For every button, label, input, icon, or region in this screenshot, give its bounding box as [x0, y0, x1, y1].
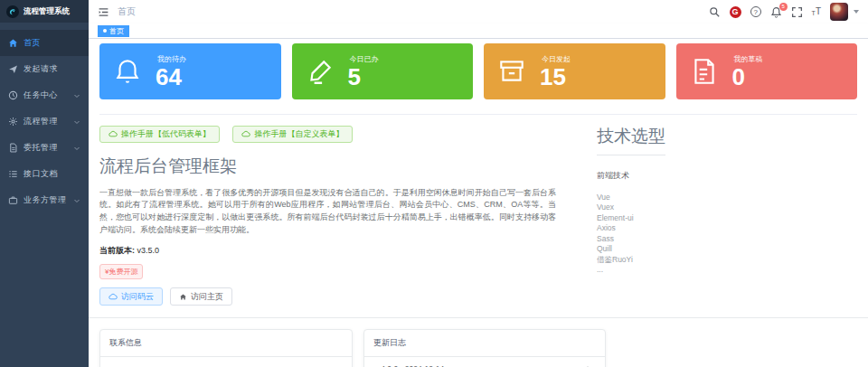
sidebar-item-delegate-management[interactable]: 委托管理	[0, 135, 89, 161]
manual-custom-button[interactable]: 操作手册【自定义表单】	[232, 126, 353, 143]
tag-home[interactable]: 首页	[98, 25, 129, 37]
app-title: 流程管理系统	[24, 6, 70, 17]
sidebar-item-label: 业务方管理	[24, 194, 68, 206]
tech-item: 借鉴RuoYi	[597, 255, 665, 265]
contact-info-card: 联系信息 官网：http://117.72.70.166/admin/ QQ群：…	[99, 329, 353, 367]
tag-label: 首页	[109, 26, 124, 36]
help-icon[interactable]: ?	[750, 6, 761, 17]
app-window: 流程管理系统 首页 发起请求 任务中心 流程管理	[0, 0, 868, 367]
tech-item: ...	[597, 265, 665, 275]
tags-view-bar: 首页	[89, 24, 868, 39]
manual-lowcode-button[interactable]: 操作手册【低代码表单】	[99, 126, 220, 143]
intro-description: 一直想做一款后台管理系统，看了很多优秀的开源项目但是发现没有合适自己的。于是利用…	[99, 187, 556, 238]
tech-item: Sass	[597, 234, 665, 244]
tech-item: Vue	[597, 193, 665, 202]
dashboard-panel: 我的待办 64 今日已办 5	[89, 39, 868, 306]
navbar-actions: G ? 5 TT	[709, 3, 859, 21]
sidebar-item-label: 发起请求	[24, 63, 80, 75]
notification-bell-icon[interactable]: 5	[770, 6, 782, 18]
free-open-source-tag: ¥免费开源	[99, 264, 143, 279]
stat-value: 64	[156, 65, 186, 89]
sidebar-item-label: 接口文档	[24, 168, 80, 180]
bell-icon	[112, 56, 143, 87]
sidebar-item-label: 首页	[24, 37, 80, 49]
stat-label: 我的草稿	[732, 54, 763, 64]
changelog-card-title: 更新日志	[364, 330, 605, 357]
pencil-icon	[305, 56, 335, 87]
tech-column: 技术选型 前端技术 Vue Vuex Element-ui Axios Sass…	[597, 125, 665, 306]
top-navbar: 首页 G ? 5 TT	[89, 0, 868, 24]
tech-item: Axios	[597, 223, 665, 233]
sidebar-item-business-management[interactable]: 业务方管理	[0, 187, 89, 213]
intro-actions-row: 访问码云 访问主页	[99, 287, 556, 306]
list-icon	[8, 169, 18, 179]
chevron-down-icon	[73, 118, 80, 126]
sidebar-item-start-request[interactable]: 发起请求	[0, 56, 89, 82]
box-icon	[496, 56, 527, 87]
stat-value: 0	[732, 65, 763, 89]
chevron-down-icon	[73, 145, 80, 152]
stat-card-drafts[interactable]: 我的草稿 0	[676, 43, 858, 99]
tech-subtitle: 前端技术	[597, 170, 665, 182]
main-area: 首页 G ? 5 TT	[89, 0, 868, 367]
changelog-item[interactable]: v4.0.0 - 2024-12-14	[375, 357, 594, 367]
sidebar-menu: 首页 发起请求 任务中心 流程管理 委托管理	[0, 23, 89, 213]
stat-label: 今日已办	[348, 54, 379, 64]
bottom-cards-row: 联系信息 官网：http://117.72.70.166/admin/ QQ群：…	[89, 317, 868, 367]
version-label: 当前版本:	[99, 246, 135, 255]
caret-down-icon[interactable]	[854, 10, 859, 14]
sidebar-item-label: 任务中心	[24, 89, 68, 101]
sidebar-item-label: 流程管理	[24, 116, 68, 127]
changelog-card: 更新日志 v4.0.0 - 2024-12-14 v3.1.0 - 2024-1…	[363, 329, 606, 367]
briefcase-icon	[8, 195, 18, 205]
stat-value: 5	[348, 65, 379, 89]
active-tag-dot	[103, 29, 107, 33]
version-line: 当前版本: v3.5.0	[99, 245, 556, 257]
search-icon[interactable]	[709, 6, 721, 18]
sidebar-item-home[interactable]: 首页	[0, 30, 89, 56]
sidebar-item-api-docs[interactable]: 接口文档	[0, 161, 89, 187]
breadcrumb[interactable]: 首页	[118, 5, 136, 18]
divider	[99, 114, 857, 115]
intro-column: 操作手册【低代码表单】 操作手册【自定义表单】 流程后台管理框架 一直想做一款后…	[99, 125, 556, 306]
tech-item: Vuex	[597, 202, 665, 212]
home-icon	[8, 38, 18, 48]
font-size-icon[interactable]: TT	[812, 7, 821, 16]
sidebar-item-task-center[interactable]: 任务中心	[0, 82, 89, 108]
stat-card-todo[interactable]: 我的待办 64	[99, 43, 281, 99]
gear-icon	[8, 117, 18, 127]
tech-item: Element-ui	[597, 213, 665, 223]
sidebar: 流程管理系统 首页 发起请求 任务中心 流程管理	[0, 0, 89, 367]
sidebar-toggle-icon[interactable]	[98, 6, 109, 18]
user-avatar[interactable]	[830, 3, 848, 21]
fullscreen-icon[interactable]	[791, 6, 803, 18]
stat-label: 今日发起	[540, 54, 571, 64]
tech-item: Quill	[597, 244, 665, 254]
sidebar-item-label: 委托管理	[24, 142, 68, 154]
stat-value: 15	[540, 65, 571, 89]
stat-cards-row: 我的待办 64 今日已办 5	[99, 43, 857, 99]
chevron-down-icon	[73, 197, 80, 204]
document-icon	[689, 56, 720, 87]
send-icon	[8, 64, 18, 74]
app-logo-icon	[6, 5, 19, 18]
stat-card-done-today[interactable]: 今日已办 5	[292, 43, 474, 99]
contact-card-title: 联系信息	[100, 330, 352, 357]
tech-list: Vue Vuex Element-ui Axios Sass Quill 借鉴R…	[597, 193, 665, 276]
page-title: 流程后台管理框架	[99, 155, 556, 178]
manual-buttons-row: 操作手册【低代码表单】 操作手册【自定义表单】	[99, 125, 556, 143]
stat-label: 我的待办	[156, 54, 186, 64]
stat-card-started-today[interactable]: 今日发起 15	[484, 43, 665, 99]
gitee-icon[interactable]: G	[730, 6, 741, 18]
version-value: v3.5.0	[137, 246, 160, 255]
task-center-icon	[8, 90, 18, 100]
page-content: 我的待办 64 今日已办 5	[89, 39, 868, 367]
sidebar-item-process-management[interactable]: 流程管理	[0, 108, 89, 135]
chevron-down-icon	[73, 92, 80, 99]
visit-gitee-button[interactable]: 访问码云	[99, 287, 163, 306]
visit-homepage-button[interactable]: 访问主页	[170, 287, 232, 306]
tech-heading: 技术选型	[597, 125, 665, 155]
notification-badge: 5	[779, 3, 788, 11]
logo-bar[interactable]: 流程管理系统	[0, 0, 89, 23]
document-icon	[8, 143, 18, 153]
